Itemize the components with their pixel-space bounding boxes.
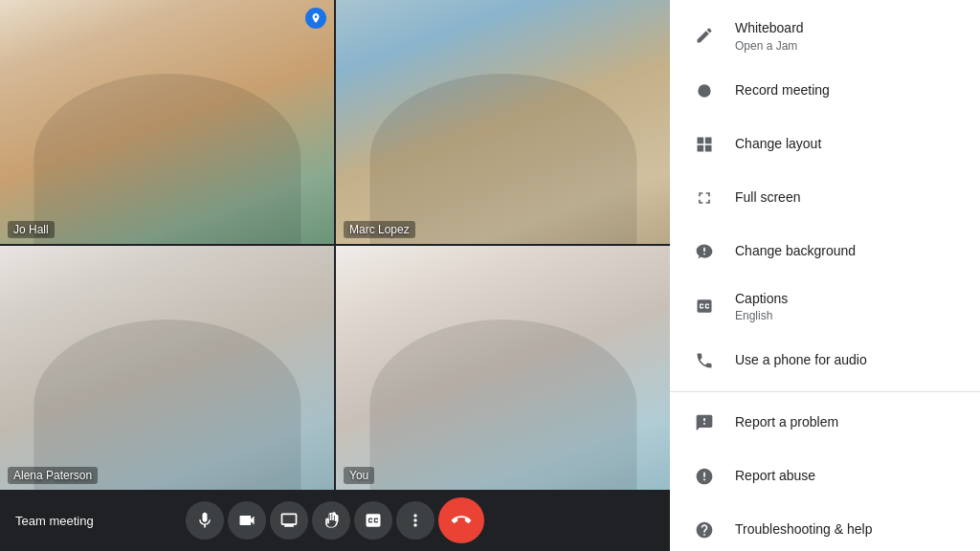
menu-item-fullscreen[interactable]: Full screen (670, 171, 980, 225)
whiteboard-icon (689, 20, 720, 51)
more-options-button[interactable] (396, 501, 434, 540)
phone-audio-label: Use a phone for audio (735, 351, 961, 370)
fullscreen-label: Full screen (735, 188, 961, 208)
participant-name-4: You (344, 467, 374, 484)
menu-item-whiteboard[interactable]: Whiteboard Open a Jam (670, 8, 980, 64)
whiteboard-label: Whiteboard (735, 19, 961, 38)
participant-video-1 (0, 0, 334, 244)
present-button[interactable] (270, 501, 308, 540)
captions-text: Captions English (735, 290, 961, 323)
layout-label: Change layout (735, 135, 961, 154)
more-options-menu: Whiteboard Open a Jam Record meeting Cha… (670, 0, 980, 551)
video-cell-jo-hall: Jo Hall (0, 0, 334, 244)
report-problem-text: Report a problem (735, 413, 961, 432)
video-cell-you: You (336, 246, 670, 490)
report-problem-icon (689, 408, 720, 438)
menu-item-phone-audio[interactable]: Use a phone for audio (670, 334, 980, 387)
phone-audio-icon (689, 345, 720, 376)
menu-divider-1 (670, 391, 980, 392)
background-icon (689, 236, 720, 267)
captions-menu-icon (689, 291, 720, 321)
bottom-bar: Team meeting (0, 490, 670, 551)
camera-button[interactable] (228, 501, 266, 540)
participant-name-3: Alena Paterson (8, 467, 98, 484)
participant-video-4 (336, 246, 670, 490)
pin-icon (305, 8, 326, 29)
meeting-title: Team meeting (15, 514, 94, 528)
menu-item-report-problem[interactable]: Report a problem (670, 396, 980, 450)
present-icon (279, 511, 299, 530)
participant-video-2 (336, 0, 670, 244)
more-options-icon (406, 511, 425, 530)
video-area: Jo Hall Marc Lopez Alena Paterson You Te… (0, 0, 670, 551)
fullscreen-text: Full screen (735, 188, 961, 208)
report-abuse-text: Report abuse (735, 467, 961, 486)
whiteboard-sublabel: Open a Jam (735, 39, 961, 53)
report-abuse-label: Report abuse (735, 467, 961, 486)
background-label: Change background (735, 242, 961, 261)
captions-sublabel: English (735, 309, 961, 322)
participant-name-1: Jo Hall (8, 221, 55, 238)
troubleshooting-label: Troubleshooting & help (735, 520, 961, 540)
record-icon (689, 76, 720, 106)
report-abuse-icon (689, 461, 720, 492)
menu-item-report-abuse[interactable]: Report abuse (670, 450, 980, 503)
mic-button[interactable] (186, 501, 224, 540)
layout-text: Change layout (735, 135, 961, 154)
menu-item-troubleshooting[interactable]: Troubleshooting & help (670, 503, 980, 551)
video-cell-marc-lopez: Marc Lopez (336, 0, 670, 244)
record-label: Record meeting (735, 81, 961, 100)
raise-hand-icon (322, 511, 341, 530)
troubleshoot-icon (689, 515, 720, 545)
controls-bar (186, 497, 484, 543)
layout-icon (689, 129, 720, 160)
svg-point-0 (698, 84, 710, 97)
video-grid: Jo Hall Marc Lopez Alena Paterson You (0, 0, 670, 490)
camera-icon (237, 511, 256, 530)
report-problem-label: Report a problem (735, 413, 961, 432)
captions-button[interactable] (354, 501, 392, 540)
menu-item-change-layout[interactable]: Change layout (670, 118, 980, 171)
video-cell-alena-paterson: Alena Paterson (0, 246, 334, 490)
background-text: Change background (735, 242, 961, 261)
troubleshooting-text: Troubleshooting & help (735, 520, 961, 540)
captions-icon (364, 511, 383, 530)
whiteboard-text: Whiteboard Open a Jam (735, 19, 961, 53)
captions-label: Captions (735, 290, 961, 309)
participant-video-3 (0, 246, 334, 490)
participant-name-2: Marc Lopez (344, 221, 415, 238)
fullscreen-icon (689, 183, 720, 213)
menu-item-change-background[interactable]: Change background (670, 225, 980, 278)
phone-audio-text: Use a phone for audio (735, 351, 961, 370)
record-text: Record meeting (735, 81, 961, 100)
menu-item-record[interactable]: Record meeting (670, 64, 980, 118)
end-call-button[interactable] (438, 497, 484, 543)
raise-hand-button[interactable] (312, 501, 350, 540)
menu-item-captions[interactable]: Captions English (670, 278, 980, 335)
end-call-icon (448, 507, 475, 534)
mic-icon (195, 511, 214, 530)
